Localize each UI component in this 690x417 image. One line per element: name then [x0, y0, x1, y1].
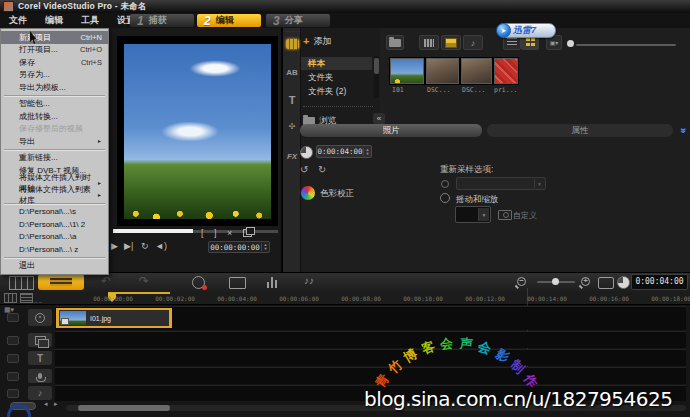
menu-item-new-project[interactable]: 新建项目Ctrl+N	[1, 31, 108, 44]
filter-video-button[interactable]	[419, 35, 439, 50]
redo-button[interactable]: ↷	[139, 274, 149, 288]
menu-item-recent-1[interactable]: D:\Personal\...\s	[1, 206, 108, 219]
thumbnail-size-slider-track[interactable]	[576, 44, 676, 46]
music-track-toggle[interactable]	[7, 389, 19, 398]
mark-out-button[interactable]: ]	[214, 227, 217, 239]
collapse-panel-button[interactable]: «	[373, 113, 385, 124]
zoom-out-button[interactable]: −	[517, 277, 526, 286]
title-track-button[interactable]: T	[28, 351, 52, 365]
timeline-view-button[interactable]	[38, 274, 84, 290]
menu-item-export-template[interactable]: 导出为模板...	[1, 81, 108, 94]
rotate-left-button[interactable]: ↺	[300, 164, 308, 175]
voice-track-button[interactable]	[28, 369, 52, 383]
menu-tools[interactable]: 工具	[72, 14, 108, 27]
menu-item-exit[interactable]: 退出	[1, 260, 108, 273]
add-folder-button[interactable]: + 添加	[303, 33, 377, 49]
tab-attributes[interactable]: 属性	[487, 124, 673, 137]
thumbnail-dsc1[interactable]	[426, 58, 459, 84]
menu-item-batch-convert[interactable]: 成批转换...	[1, 110, 108, 123]
music-track[interactable]	[55, 385, 686, 401]
timecode-stepper[interactable]: ▲▼	[261, 243, 269, 251]
photo-duration-field[interactable]: 0:00:04:00 ▲▼	[316, 145, 372, 158]
screen-capture-button[interactable]	[229, 277, 246, 289]
music-track-button[interactable]: ♪	[28, 386, 52, 400]
toolbar-timecode[interactable]: 0:00:04:00	[631, 274, 688, 290]
menu-item-open-project[interactable]: 打开项目...Ctrl+O	[1, 44, 108, 57]
play-button[interactable]: ▶	[111, 241, 118, 251]
graphic-library-icon[interactable]: ✣	[285, 120, 299, 132]
seek-bar-progress[interactable]	[113, 229, 193, 233]
record-capture-button[interactable]	[192, 276, 205, 289]
menu-edit[interactable]: 编辑	[36, 14, 72, 27]
preview-timecode[interactable]: 00:00:00:00 ▲▼	[208, 241, 270, 253]
enlarge-preview-icon[interactable]	[243, 229, 252, 237]
thumbnail-pri[interactable]	[494, 58, 518, 84]
auto-music-button[interactable]: ♪♪	[304, 275, 314, 286]
thumbnail-size-slider-handle[interactable]	[567, 40, 574, 47]
toolbar-clock-icon[interactable]	[617, 276, 630, 289]
menu-item-save-as[interactable]: 另存为...	[1, 69, 108, 82]
library-item-folder2[interactable]: 文件夹 (2)	[301, 85, 372, 98]
filter-audio-button[interactable]: ♪	[463, 35, 483, 50]
menu-item-smart-package[interactable]: 智能包...	[1, 98, 108, 111]
thumbnail-dsc2[interactable]	[461, 58, 492, 84]
voice-track[interactable]	[55, 367, 686, 384]
rotate-right-button[interactable]: ↻	[318, 164, 326, 175]
menu-item-relink[interactable]: 重新链接...	[1, 152, 108, 165]
timeline-zoom-slider-handle[interactable]	[552, 278, 559, 285]
color-correction-button[interactable]: 色彩校正	[320, 188, 354, 200]
library-scrollbar-thumb[interactable]	[374, 58, 379, 74]
tab-edit[interactable]: 2 编辑	[197, 14, 261, 27]
pan-zoom-preset-dropdown[interactable]: ▼	[455, 206, 491, 223]
track-manager-icon[interactable]: ▦▾	[4, 306, 14, 314]
overlay-track-button[interactable]	[28, 333, 52, 347]
thumbnail-i01[interactable]	[390, 58, 424, 84]
title-track[interactable]	[55, 349, 686, 366]
title-track-toggle[interactable]	[7, 354, 19, 363]
track-storyboard-icon[interactable]	[4, 293, 17, 303]
menu-item-save[interactable]: 保存Ctrl+S	[1, 56, 108, 69]
timeline-clip-i01[interactable]: I01.jpg	[56, 308, 172, 328]
menu-item-export[interactable]: 导出►	[1, 135, 108, 148]
parent-folder-button[interactable]	[386, 35, 404, 50]
resample-radio[interactable]	[441, 180, 449, 188]
filter-library-icon[interactable]: FX	[285, 150, 299, 162]
next-frame-button[interactable]: ▶|	[124, 241, 133, 251]
volume-button[interactable]: ◄)	[155, 241, 167, 251]
tab-photo[interactable]: 照片	[300, 124, 482, 137]
voice-track-toggle[interactable]	[7, 372, 19, 381]
pan-zoom-radio[interactable]	[440, 193, 450, 203]
resample-dropdown[interactable]: ▼	[456, 177, 546, 190]
expand-options-button[interactable]: »	[677, 124, 690, 137]
library-item-samples[interactable]: 样本	[301, 57, 372, 70]
undo-button[interactable]: ↶	[101, 274, 111, 288]
thunder7-badge[interactable]: ➤ 迅雷7	[497, 23, 556, 38]
repeat-button[interactable]: ↻	[141, 241, 149, 251]
customize-button[interactable]: 自定义	[513, 210, 537, 221]
zoom-in-button[interactable]: +	[581, 277, 590, 286]
menu-file[interactable]: 文件	[0, 14, 36, 27]
overlay-track-toggle[interactable]	[7, 336, 19, 345]
scroll-left-button[interactable]: ◂	[44, 400, 48, 408]
duration-stepper[interactable]: ▲▼	[363, 148, 371, 156]
tab-share[interactable]: 3 分享	[266, 14, 330, 27]
title-library-icon[interactable]: T	[285, 94, 299, 106]
tab-capture[interactable]: 1 捕获	[130, 14, 194, 27]
library-item-folder[interactable]: 文件夹	[301, 71, 372, 84]
menu-item-recent-3[interactable]: D:\Personal\...\a	[1, 231, 108, 244]
filter-photo-button[interactable]	[441, 35, 461, 50]
transition-library-icon[interactable]: AB	[285, 66, 299, 78]
split-clip-icon[interactable]: ×	[227, 227, 232, 239]
timeline-hscrollbar-thumb[interactable]	[78, 405, 170, 411]
media-library-icon[interactable]	[285, 38, 299, 50]
overlay-track[interactable]	[55, 331, 686, 348]
menu-item-recent-4[interactable]: D:\Personal\...\ z	[1, 243, 108, 256]
fit-project-button[interactable]	[598, 277, 614, 289]
sound-mixer-button[interactable]	[267, 277, 281, 288]
scroll-right-button[interactable]: ▸	[54, 400, 58, 408]
menu-item-insert-to-library[interactable]: 将媒体文件插入到素材库►	[1, 189, 108, 202]
menu-item-recent-2[interactable]: D:\Personal\...\1\ 2	[1, 218, 108, 231]
storyboard-view-button[interactable]	[9, 276, 34, 290]
video-track-toggle[interactable]	[7, 313, 19, 322]
mark-in-button[interactable]: [	[201, 227, 204, 239]
